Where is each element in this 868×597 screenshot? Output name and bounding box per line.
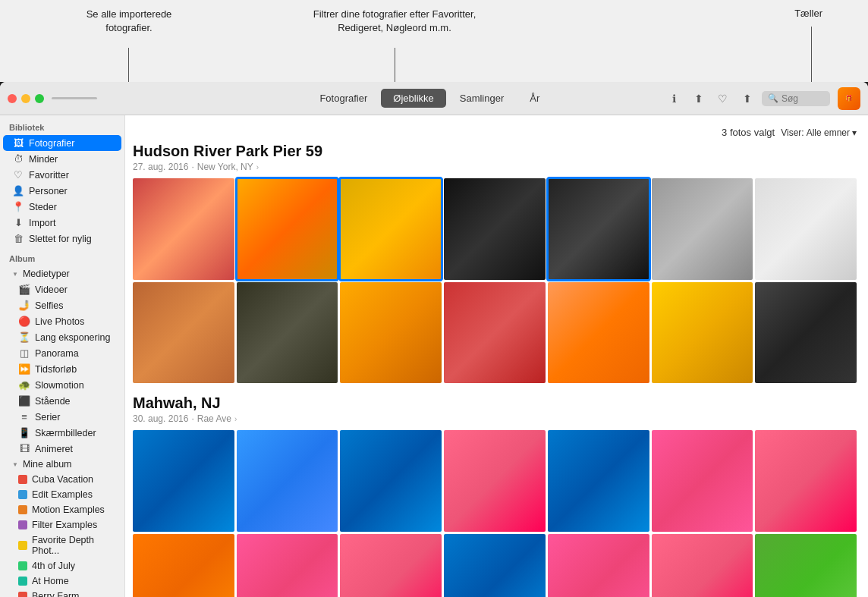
counter-badge: 🎁 xyxy=(838,87,860,110)
dot-separator2: · xyxy=(191,413,193,424)
photo-thumbnail xyxy=(340,430,442,532)
sidebar-item-tidsforloeb[interactable]: ⏩ Tidsforløb xyxy=(3,361,121,377)
photo-cell[interactable] xyxy=(133,430,234,532)
sidebar-item-album-0[interactable]: Cuba Vacation xyxy=(3,472,121,487)
selected-count: 3 fotos valgt xyxy=(722,127,775,138)
photo-thumbnail xyxy=(133,178,234,280)
main-content: Bibliotek 🖼 Fotografier ⏱ Minder ♡ Favor… xyxy=(0,115,868,597)
sidebar-item-medietyper[interactable]: ▼ Medietyper xyxy=(3,266,121,281)
share-icon[interactable]: ⬆ xyxy=(689,89,709,108)
photo-cell[interactable] xyxy=(340,282,442,384)
photo-cell[interactable] xyxy=(548,282,649,384)
sidebar-item-album-6[interactable]: At Home xyxy=(3,573,121,589)
sidebar-item-album-3[interactable]: Filter Examples xyxy=(3,517,121,533)
sidebar-item-album-1[interactable]: Edit Examples xyxy=(3,487,121,502)
photo-cell[interactable] xyxy=(652,430,753,532)
section1-subtitle: 27. aug. 2016 · New York, NY › xyxy=(133,162,857,172)
toolbar-right: ℹ ⬆ ♡ ⬆ 🔍 🎁 xyxy=(665,87,860,110)
chevron-right-icon2: › xyxy=(234,415,237,423)
photo-cell[interactable] xyxy=(133,534,234,597)
photo-cell[interactable] xyxy=(133,282,234,384)
sidebar-item-mine-album[interactable]: ▼ Mine album xyxy=(3,457,121,472)
viewing-filter[interactable]: Viser: Alle emner ▾ xyxy=(781,127,857,138)
photo-thumbnail xyxy=(133,282,234,384)
sidebar-item-animeret[interactable]: 🎞 Animeret xyxy=(3,441,121,457)
sidebar-item-fotografier[interactable]: 🖼 Fotografier xyxy=(3,135,121,151)
sidebar-item-staaende[interactable]: ⬛ Stående xyxy=(3,393,121,409)
maximize-button[interactable] xyxy=(35,94,44,103)
photo-cell[interactable] xyxy=(548,534,649,597)
photo-cell[interactable] xyxy=(237,534,338,597)
nav-tabs: Fotografier Øjeblikke Samlinger År xyxy=(307,89,552,108)
photo-thumbnail xyxy=(548,430,649,532)
sidebar-item-minder[interactable]: ⏱ Minder xyxy=(3,151,121,167)
minimize-button[interactable] xyxy=(21,94,30,103)
photo-cell[interactable] xyxy=(548,430,649,532)
sidebar-item-videoer[interactable]: 🎬 Videoer xyxy=(3,281,121,297)
sidebar-item-album-7[interactable]: Berry Farm xyxy=(3,589,121,597)
album-label: 4th of July xyxy=(32,561,75,571)
album-dot xyxy=(18,520,27,529)
search-input[interactable] xyxy=(782,93,827,104)
sidebar-item-album-5[interactable]: 4th of July xyxy=(3,558,121,573)
photo-cell[interactable] xyxy=(444,178,546,280)
photo-cell[interactable] xyxy=(444,430,546,532)
sidebar-item-lang-exp[interactable]: ⏳ Lang eksponering xyxy=(3,329,121,345)
photo-cell[interactable] xyxy=(755,178,857,280)
photo-cell[interactable] xyxy=(237,282,338,384)
favorites-icon: ♡ xyxy=(12,169,24,181)
sidebar-item-personer[interactable]: 👤 Personer xyxy=(3,183,121,199)
photo-cell[interactable] xyxy=(755,282,857,384)
sidebar-item-selfies[interactable]: 🤳 Selfies xyxy=(3,297,121,313)
longexpo-icon: ⏳ xyxy=(18,331,30,343)
photo-cell[interactable] xyxy=(755,430,857,532)
photo-cell[interactable] xyxy=(237,430,338,532)
photo-cell[interactable] xyxy=(755,534,857,597)
photo-cell[interactable] xyxy=(652,534,753,597)
sidebar-item-steder[interactable]: 📍 Steder xyxy=(3,199,121,215)
info-icon[interactable]: ℹ xyxy=(665,89,684,108)
tab-fotografier[interactable]: Fotografier xyxy=(307,89,379,108)
photo-cell[interactable] xyxy=(340,178,442,280)
sidebar-item-panorama[interactable]: ◫ Panorama xyxy=(3,345,121,361)
photo-thumbnail xyxy=(652,534,753,597)
photo-cell[interactable] xyxy=(652,178,753,280)
tab-aar[interactable]: År xyxy=(517,89,552,108)
sidebar-item-import[interactable]: ⬇ Import xyxy=(3,215,121,231)
album-dot xyxy=(18,475,27,484)
sidebar-item-album-4[interactable]: Favorite Depth Phot... xyxy=(3,533,121,558)
portrait-icon: ⬛ xyxy=(18,395,30,407)
people-icon: 👤 xyxy=(12,185,24,196)
sidebar-item-live-photos[interactable]: 🔴 Live Photos xyxy=(3,313,121,329)
photo-cell[interactable] xyxy=(133,178,234,280)
library-section-title: Bibliotek xyxy=(0,115,124,135)
photo-cell[interactable] xyxy=(340,430,442,532)
export-icon[interactable]: ⬆ xyxy=(737,89,757,108)
app-window: Fotografier Øjeblikke Samlinger År ℹ ⬆ ♡… xyxy=(0,82,868,597)
close-button[interactable] xyxy=(8,94,17,103)
tab-ojeblikke[interactable]: Øjeblikke xyxy=(381,89,445,108)
sidebar-item-slettet[interactable]: 🗑 Slettet for nylig xyxy=(3,231,121,247)
photo-thumbnail xyxy=(755,178,857,280)
photo-cell[interactable] xyxy=(548,178,649,280)
album-dot xyxy=(18,592,27,597)
photo-cell[interactable] xyxy=(444,534,546,597)
sidebar-item-favoritter[interactable]: ♡ Favoritter xyxy=(3,167,121,183)
search-box: 🔍 xyxy=(762,91,830,106)
heart-icon[interactable]: ♡ xyxy=(713,89,733,108)
sidebar-item-skaermbilleder[interactable]: 📱 Skærmbilleder xyxy=(3,425,121,441)
photo-thumbnail xyxy=(652,282,753,384)
sidebar-item-serier[interactable]: ≡ Serier xyxy=(3,409,121,425)
size-slider[interactable] xyxy=(52,97,97,99)
photo-cell[interactable] xyxy=(444,282,546,384)
annotation-line-left xyxy=(128,48,129,82)
section2-subtitle: 30. aug. 2016 · Rae Ave › xyxy=(133,413,857,424)
album-label: At Home xyxy=(32,576,69,586)
sidebar-item-album-2[interactable]: Motion Examples xyxy=(3,502,121,517)
photo-cell[interactable] xyxy=(340,534,442,597)
sidebar-item-slowmotion[interactable]: 🐢 Slowmotion xyxy=(3,377,121,393)
photo-cell[interactable] xyxy=(237,178,338,280)
photo-cell[interactable] xyxy=(652,282,753,384)
tab-samlinger[interactable]: Samlinger xyxy=(448,89,517,108)
album-section-title: Album xyxy=(0,247,124,266)
